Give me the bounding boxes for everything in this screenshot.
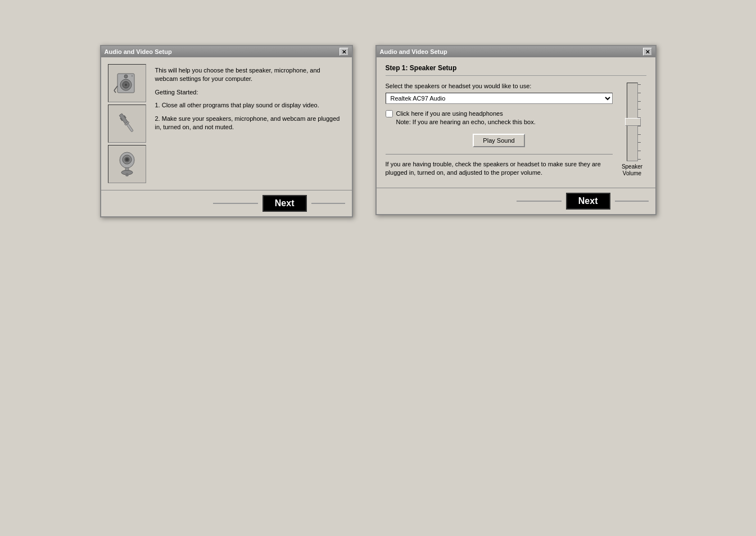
speaker-icon (113, 69, 141, 97)
right-next-button[interactable]: Next (566, 193, 610, 210)
svg-line-6 (114, 90, 116, 93)
right-footer: Next (377, 188, 655, 214)
svg-line-5 (114, 86, 117, 90)
left-footer: Next (101, 190, 352, 216)
right-titlebar: Audio and Video Setup ✕ (377, 46, 655, 57)
device-select-row: Realtek AC97 Audio (386, 93, 613, 104)
step2-text: 2. Make sure your speakers, microphone, … (155, 115, 343, 132)
play-sound-button[interactable]: Play Sound (473, 134, 524, 147)
svg-point-19 (125, 173, 129, 176)
step1-text: 1. Close all other programs that play so… (155, 101, 343, 110)
left-next-button[interactable]: Next (262, 195, 307, 212)
left-titlebar: Audio and Video Setup ✕ (101, 46, 352, 57)
right-close-button[interactable]: ✕ (643, 48, 652, 56)
svg-point-4 (124, 75, 128, 78)
left-close-button[interactable]: ✕ (339, 48, 348, 56)
volume-tick (638, 84, 641, 85)
svg-point-16 (125, 158, 129, 161)
headphone-label-text: Click here if you are using headphones (396, 110, 503, 117)
trouble-text: If you are having trouble, check the spe… (386, 160, 613, 178)
volume-tick (638, 159, 641, 160)
select-label: Select the speakers or headset you would… (386, 83, 613, 89)
speaker-main: Select the speakers or headset you would… (386, 83, 613, 181)
separator (386, 154, 613, 155)
headphone-label: Click here if you are using headphones N… (396, 110, 536, 127)
webcam-icon (113, 150, 141, 178)
speaker-section: Select the speakers or headset you would… (386, 83, 646, 181)
getting-started-label: Getting Started: (155, 88, 343, 97)
step-title: Step 1: Speaker Setup (386, 64, 646, 76)
svg-rect-12 (126, 124, 133, 132)
volume-tick (638, 151, 641, 151)
right-dialog-body: Step 1: Speaker Setup Select the speaker… (377, 57, 655, 188)
volume-tick (638, 134, 641, 135)
volume-slider-track[interactable] (627, 83, 638, 161)
volume-thumb[interactable] (625, 118, 641, 126)
svg-point-3 (125, 84, 127, 86)
headphone-checkbox[interactable] (386, 110, 393, 117)
plug-icon (113, 110, 141, 138)
left-title-text: Audio and Video Setup (105, 48, 172, 55)
right-dialog: Audio and Video Setup ✕ Step 1: Speaker … (375, 45, 657, 215)
headphone-checkbox-row: Click here if you are using headphones N… (386, 110, 613, 127)
icons-column (108, 64, 146, 183)
device-select[interactable]: Realtek AC97 Audio (386, 93, 613, 104)
left-dialog: Audio and Video Setup ✕ (100, 45, 353, 217)
volume-tick (638, 109, 641, 110)
volume-tick (638, 101, 641, 102)
webcam-icon-box (108, 145, 146, 183)
right-title-text: Audio and Video Setup (380, 48, 447, 55)
volume-tick (638, 142, 641, 143)
volume-label: SpeakerVolume (622, 163, 642, 177)
left-dialog-body: This will help you choose the best speak… (101, 57, 352, 190)
intro-text: This will help you choose the best speak… (155, 66, 343, 84)
headphone-note-text: Note: If you are hearing an echo, unchec… (396, 119, 536, 125)
svg-point-7 (131, 75, 133, 77)
speaker-icon-box (108, 64, 146, 102)
volume-tick (638, 93, 641, 93)
volume-control: SpeakerVolume (618, 83, 646, 181)
intro-content: This will help you choose the best speak… (153, 64, 345, 183)
plug-icon-box (108, 105, 146, 143)
